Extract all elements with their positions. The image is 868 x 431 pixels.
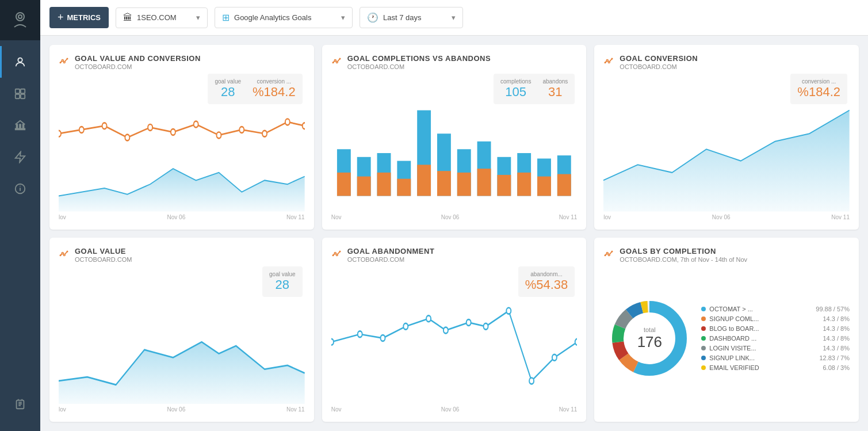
svg-rect-52 — [497, 175, 511, 196]
stat-abandonment: abandonm... %54.38 — [525, 271, 568, 292]
trend-icon — [603, 248, 614, 261]
svg-point-81 — [552, 354, 557, 360]
svg-point-74 — [403, 323, 408, 329]
svg-point-78 — [483, 323, 488, 329]
svg-point-34 — [339, 58, 341, 60]
trend-icon — [59, 55, 69, 68]
date-start: Nov — [331, 214, 342, 220]
stat-label: goal value — [269, 271, 296, 277]
date-end: Nov 11 — [559, 406, 578, 413]
period-dropdown[interactable]: 🕐 Last 7 days ▾ — [360, 7, 463, 28]
date-start: lov — [603, 214, 611, 220]
date-mid: Nov 06 — [441, 214, 460, 220]
trend-icon — [331, 55, 342, 68]
donut-center: total 176 — [637, 326, 662, 350]
svg-rect-44 — [417, 165, 431, 196]
svg-point-28 — [262, 131, 267, 137]
svg-point-21 — [102, 123, 107, 129]
report-dropdown[interactable]: ⊞ Google Analytics Goals ▾ — [215, 7, 353, 28]
legend-label: EMAIL VERIFIED — [709, 364, 759, 371]
stat-value: 28 — [221, 85, 235, 100]
legend-item: LOGIN VISITE... 14.3 / 8% — [701, 345, 850, 352]
trend-icon — [331, 248, 342, 261]
site-dropdown[interactable]: 🏛 1SEO.COM ▾ — [116, 7, 208, 28]
svg-rect-50 — [477, 169, 491, 196]
svg-point-26 — [216, 132, 221, 139]
card-subtitle: OCTOBOARD.COM — [620, 63, 850, 70]
svg-rect-5 — [16, 94, 20, 98]
svg-point-79 — [506, 307, 511, 314]
card-header: GOAL CONVERSION OCTOBOARD.COM — [603, 54, 850, 70]
chart-dates: lov Nov 06 Nov 11 — [59, 212, 305, 220]
sidebar-item-bug[interactable] — [0, 388, 40, 419]
legend-value: 12.83 / 7% — [819, 354, 850, 361]
legend-dot — [701, 346, 706, 350]
svg-rect-10 — [16, 128, 25, 129]
sidebar-nav — [0, 46, 40, 204]
date-mid: Nov 06 — [167, 406, 186, 413]
card-title: GOAL VALUE AND CONVERSION — [75, 54, 305, 63]
dashboard-grid: GOAL VALUE AND CONVERSION OCTOBOARD.COM … — [40, 36, 868, 431]
svg-point-75 — [426, 315, 431, 322]
svg-point-76 — [443, 327, 448, 333]
sidebar-item-user[interactable] — [0, 46, 40, 78]
svg-point-18 — [67, 58, 68, 60]
card-header: GOAL ABANDONMENT OCTOBOARD.COM — [331, 247, 578, 263]
card-title-group: GOAL VALUE AND CONVERSION OCTOBOARD.COM — [75, 54, 305, 70]
card-header: GOAL COMPLETIONS VS ABANDONS OCTOBOARD.C… — [331, 54, 578, 70]
card-subtitle: OCTOBOARD.COM — [75, 63, 305, 70]
svg-point-15 — [60, 62, 62, 63]
svg-rect-42 — [397, 179, 411, 196]
card-subtitle: OCTOBOARD.COM — [347, 256, 578, 263]
svg-point-25 — [194, 121, 198, 128]
sidebar-item-info[interactable] — [0, 173, 40, 204]
legend-value: 6.08 / 3% — [823, 364, 850, 371]
legend-label: DASHBOARD ... — [709, 335, 756, 342]
stat-conversion: conversion ... %184.2 — [253, 78, 296, 100]
legend-item: DASHBOARD ... 14.3 / 8% — [701, 335, 850, 342]
legend-dot — [701, 356, 706, 360]
svg-point-70 — [339, 250, 341, 252]
svg-point-29 — [285, 119, 290, 125]
svg-point-13 — [20, 185, 21, 186]
card-title-group: GOALS BY COMPLETION OCTOBOARD.COM, 7th o… — [620, 247, 850, 263]
sidebar-item-dashboard[interactable] — [0, 78, 40, 109]
svg-point-80 — [529, 377, 534, 384]
svg-point-84 — [607, 252, 609, 254]
legend-dot — [701, 307, 706, 311]
svg-point-31 — [332, 62, 334, 63]
sidebar-item-bank[interactable] — [0, 109, 40, 141]
stats-box: goal value 28 conversion ... %184.2 — [208, 74, 302, 104]
legend-label: OCTOMAT > ... — [709, 306, 753, 312]
svg-rect-8 — [20, 124, 21, 128]
legend-item: SIGNUP COML... 14.3 / 8% — [701, 315, 850, 322]
sidebar-item-integrations[interactable] — [0, 141, 40, 173]
stat-value: 28 — [276, 277, 289, 292]
chevron-down-icon: ▾ — [341, 13, 345, 22]
stat-label: conversion ... — [257, 78, 291, 85]
stat-label: abandons — [542, 78, 568, 85]
date-start: lov — [59, 214, 66, 220]
header: + METRICS 🏛 1SEO.COM ▾ ⊞ Google Analytic… — [40, 0, 868, 36]
add-metrics-button[interactable]: + METRICS — [49, 7, 109, 28]
card-title-group: GOAL ABANDONMENT OCTOBOARD.COM — [347, 247, 578, 263]
svg-point-33 — [336, 62, 338, 63]
stat-value-orange: 31 — [548, 85, 562, 100]
stat-value-orange: %184.2 — [253, 85, 296, 100]
svg-point-64 — [62, 252, 63, 254]
legend: OCTOMAT > ... 99.88 / 57% SIGNUP COML...… — [701, 306, 850, 371]
report-icon: ⊞ — [222, 12, 230, 23]
svg-point-30 — [303, 123, 305, 129]
stat-label: completions — [500, 78, 531, 85]
card-subtitle: OCTOBOARD.COM — [347, 63, 578, 70]
date-mid: Nov 06 — [712, 214, 731, 220]
sidebar — [0, 0, 40, 431]
stat-value: %184.2 — [797, 85, 840, 100]
card-body: conversion ... %184.2 — [603, 71, 850, 220]
add-metrics-label: METRICS — [67, 13, 101, 22]
svg-rect-3 — [16, 89, 20, 93]
card-header: GOALS BY COMPLETION OCTOBOARD.COM, 7th o… — [603, 247, 850, 263]
stats-box: abandonm... %54.38 — [518, 266, 575, 297]
stat-conversion: conversion ... %184.2 — [797, 78, 840, 100]
donut-chart: total 176 — [603, 292, 695, 384]
